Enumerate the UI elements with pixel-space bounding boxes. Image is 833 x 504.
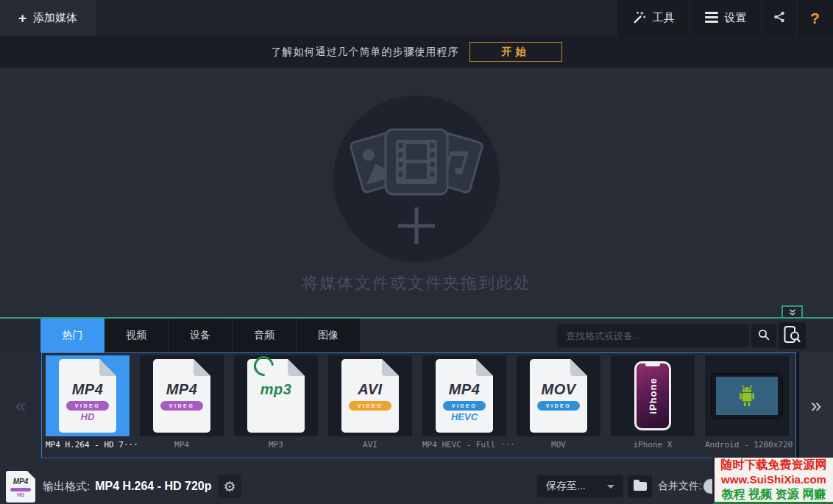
media-drop-zone[interactable]: 将媒体文件或文件夹拖到此处 [0,68,833,317]
format-title: AVI [341,381,399,398]
iphone-icon: iPhone [634,361,671,430]
format-extra-label: HD [59,411,116,422]
format-card-0[interactable]: MP4 VIDEOHD MP4 H.264 - HD 7··· [46,355,130,450]
file-format-icon: AVI VIDEO [341,359,399,433]
output-settings-button[interactable]: ⚙ [218,475,241,498]
merge-files-label: 合并文件: [658,469,702,504]
output-prefix: 输出格式: [43,480,90,494]
format-title: MP4 [153,381,210,398]
format-tab-2[interactable]: 设备 [169,319,233,352]
format-extra-label: HEVC [436,411,493,422]
format-card-3[interactable]: AVI VIDEO AVI [328,355,412,450]
search-button[interactable] [751,324,776,347]
android-tablet-icon [711,373,783,419]
android-robot-icon [737,384,757,408]
big-plus-icon [395,205,438,247]
output-value: MP4 H.264 - HD 720p [95,480,211,493]
format-tab-1[interactable]: 视频 [104,319,169,352]
format-tab-4[interactable]: 图像 [297,319,361,352]
format-card-label: MP3 [234,440,318,450]
format-card-1[interactable]: MP4 VIDEO MP4 [140,355,224,450]
folder-icon [634,482,647,491]
format-card-label: Android - 1280x720 [705,440,789,450]
mini-icon-video-bar [10,488,31,491]
add-media-label: 添加媒体 [33,11,77,25]
scroll-left-button[interactable]: « [0,352,41,459]
chevron-down-icon [607,485,614,489]
mini-icon-hd: HD [6,492,35,497]
device-search-icon [784,325,801,347]
open-folder-button[interactable] [628,475,652,497]
format-card-6[interactable]: iPhone iPhone X [611,355,695,450]
add-files-circle[interactable] [333,96,500,262]
video-badge: VIDEO [66,401,109,411]
add-media-button[interactable]: + 添加媒体 [0,0,96,36]
output-format-label: 输出格式: MP4 H.264 - HD 720p [43,469,211,504]
file-format-icon: mp3 [247,359,305,433]
tools-label: 工具 [653,11,675,25]
format-card-2[interactable]: mp3 MP3 [234,355,318,450]
format-card-label: MP4 HEVC - Full ··· [422,440,506,450]
format-card-label: iPhone X [611,440,695,450]
format-tab-0[interactable]: 热门 [40,319,104,352]
format-card-label: MP4 [140,440,224,450]
format-tab-3[interactable]: 音频 [233,319,297,352]
mini-icon-title: MP4 [6,478,35,486]
watermark-line2: www.SuiShiXia.com [721,472,826,487]
format-tabs: 热门视频设备音频图像 [40,319,361,352]
device-search-button[interactable] [779,322,806,349]
settings-button[interactable]: 设置 [690,0,761,36]
iphone-notch [645,363,660,366]
onboarding-message: 了解如何通过几个简单的步骤使用程序 [272,46,459,59]
watermark-line3: 教程 视频 资源 网赚 [722,487,826,502]
iphone-screen-text: iPhone [648,377,659,414]
format-strip: MP4 VIDEOHD MP4 H.264 - HD 7··· MP4 VIDE… [46,355,789,450]
format-card-7[interactable]: Android - 1280x720 [705,355,789,450]
watermark-line1: 随时下载免费资源网 [721,458,827,472]
video-badge: VIDEO [160,401,203,411]
collapse-panel-button[interactable] [781,305,803,318]
media-types-icon [343,116,490,208]
help-button[interactable]: ? [796,0,833,36]
format-strip-region: « MP4 VIDEOHD MP4 H.264 - HD 7··· MP4 VI… [0,352,833,459]
format-card-4[interactable]: MP4 VIDEOHEVC MP4 HEVC - Full ··· [422,355,506,450]
format-title: MP4 [59,381,116,398]
plus-icon: + [18,11,26,25]
output-format-icon: MP4 HD [6,471,35,503]
start-tutorial-button[interactable]: 开始 [469,42,562,62]
format-thumb[interactable]: mp3 [234,355,318,436]
android-screen [716,377,778,415]
video-badge: VIDEO [349,401,391,411]
save-to-dropdown[interactable]: 保存至... [537,475,623,497]
format-thumb[interactable]: MOV VIDEO [517,355,600,436]
format-thumb[interactable]: MP4 VIDEOHEVC [422,355,506,436]
magic-wand-icon [632,10,646,26]
share-button[interactable] [761,0,796,36]
video-badge: VIDEO [537,401,580,411]
hamburger-icon [705,12,718,25]
format-thumb[interactable]: iPhone [611,355,695,436]
search-icon [758,329,770,344]
format-thumb[interactable]: MP4 VIDEO [140,355,224,436]
scroll-right-button[interactable]: » [799,352,833,459]
top-toolbar: + 添加媒体 工具 设置 [0,0,833,36]
help-icon: ? [810,10,820,27]
format-thumb[interactable]: MP4 VIDEOHD [46,355,130,436]
onboarding-bar: 了解如何通过几个简单的步骤使用程序 开始 [0,36,833,68]
file-format-icon: MP4 VIDEOHEVC [436,359,493,433]
save-to-label: 保存至... [546,480,586,493]
format-card-label: MP4 H.264 - HD 7··· [46,440,130,450]
file-format-icon: MOV VIDEO [530,359,587,433]
format-thumb[interactable]: AVI VIDEO [328,355,412,436]
video-badge: VIDEO [443,401,486,411]
file-format-icon: MP4 VIDEO [153,359,210,433]
format-thumb[interactable] [705,355,789,436]
share-icon [773,10,786,26]
format-card-5[interactable]: MOV VIDEO MOV [517,355,600,450]
tools-button[interactable]: 工具 [616,0,690,36]
watermark-overlay: 随时下载免费资源网 www.SuiShiXia.com 教程 视频 资源 网赚 [712,458,833,504]
search-input[interactable] [557,324,749,347]
bottom-bar: MP4 HD 输出格式: MP4 H.264 - HD 720p ⚙ 保存至..… [0,469,833,504]
file-format-icon: MP4 VIDEOHD [59,359,116,433]
format-title: MP4 [436,381,493,398]
